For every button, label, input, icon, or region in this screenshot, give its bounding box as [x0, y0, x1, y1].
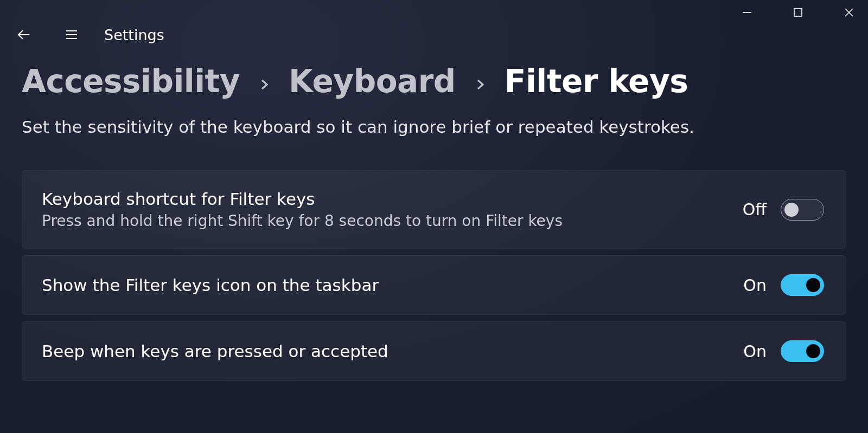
- minimize-button[interactable]: [733, 0, 761, 25]
- setting-title: Show the Filter keys icon on the taskbar: [42, 275, 379, 295]
- setting-title: Keyboard shortcut for Filter keys: [42, 189, 563, 209]
- hamburger-icon: [65, 28, 79, 42]
- app-header: Settings: [0, 22, 868, 48]
- close-icon: [844, 8, 854, 17]
- toggle-state-label: On: [743, 342, 767, 361]
- chevron-right-icon: [258, 79, 270, 91]
- toggle-knob: [784, 203, 799, 217]
- toggle-knob: [806, 344, 820, 358]
- toggle-shortcut[interactable]: [781, 199, 824, 221]
- toggle-state-label: On: [743, 276, 767, 295]
- setting-subtitle: Press and hold the right Shift key for 8…: [42, 212, 563, 230]
- toggle-taskbar-icon[interactable]: [781, 274, 824, 296]
- back-button[interactable]: [11, 22, 37, 48]
- chevron-right-icon: [474, 79, 486, 91]
- toggle-knob: [806, 278, 820, 292]
- page-description: Set the sensitivity of the keyboard so i…: [0, 100, 868, 137]
- minimize-icon: [742, 8, 752, 17]
- app-title: Settings: [104, 27, 164, 43]
- breadcrumb-item-current: Filter keys: [505, 63, 688, 100]
- toggle-state-label: Off: [743, 200, 767, 219]
- settings-list: Keyboard shortcut for Filter keys Press …: [0, 137, 868, 381]
- setting-row-beep: Beep when keys are pressed or accepted O…: [22, 321, 846, 381]
- setting-title: Beep when keys are pressed or accepted: [42, 341, 388, 361]
- svg-rect-1: [794, 9, 802, 16]
- setting-row-shortcut: Keyboard shortcut for Filter keys Press …: [22, 170, 846, 249]
- nav-menu-button[interactable]: [59, 22, 85, 48]
- maximize-icon: [793, 8, 803, 17]
- toggle-beep[interactable]: [781, 340, 824, 362]
- back-arrow-icon: [17, 28, 31, 42]
- breadcrumb: Accessibility Keyboard Filter keys: [0, 48, 868, 100]
- setting-row-taskbar-icon: Show the Filter keys icon on the taskbar…: [22, 255, 846, 315]
- breadcrumb-item-keyboard[interactable]: Keyboard: [289, 63, 456, 100]
- close-button[interactable]: [835, 0, 863, 25]
- maximize-button[interactable]: [784, 0, 812, 25]
- breadcrumb-item-accessibility[interactable]: Accessibility: [22, 63, 240, 100]
